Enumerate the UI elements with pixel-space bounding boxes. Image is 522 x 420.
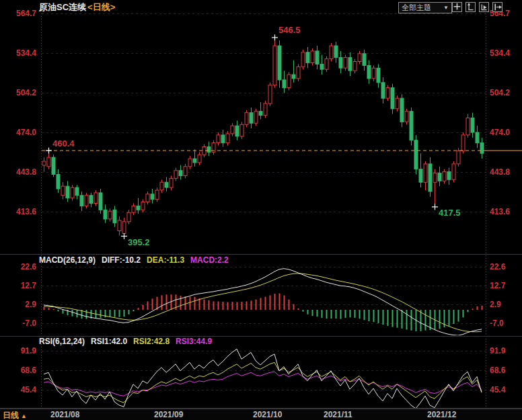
swing-price-label: 395.2 <box>128 237 150 247</box>
candle <box>85 196 88 206</box>
price-axis-label: 504.2 <box>490 88 521 97</box>
candle <box>273 46 276 85</box>
candle <box>381 83 385 98</box>
theme-dropdown[interactable]: 全部主题 ▼ <box>398 2 452 13</box>
candle <box>71 187 74 198</box>
candle <box>132 206 135 212</box>
candle <box>245 113 248 125</box>
zoom-x-axis-button[interactable] <box>479 2 489 12</box>
chart-canvas[interactable]: 460.4546.5395.2417.5 <box>0 0 522 420</box>
price-axis-label: 534.4 <box>490 48 521 58</box>
candle <box>104 210 107 219</box>
candle <box>52 157 55 174</box>
candle <box>461 135 465 151</box>
macd-axis-label: 2.9 <box>0 300 36 309</box>
candle <box>226 134 229 143</box>
candle <box>447 172 451 180</box>
candle <box>283 80 286 88</box>
swing-price-label: 460.4 <box>52 138 75 149</box>
candle <box>424 164 427 182</box>
candle <box>42 161 46 165</box>
macd-diff-value: DIFF:-10.2 <box>102 255 141 265</box>
candle <box>221 135 225 143</box>
triangle-up-icon: ▲ <box>21 413 27 419</box>
price-axis-label: 534.4 <box>0 48 36 58</box>
date-label: 2021/10 <box>253 410 282 419</box>
candle <box>452 164 455 179</box>
candle <box>66 186 69 198</box>
macd-macd-value: MACD:2.2 <box>190 255 229 265</box>
candle <box>113 210 116 223</box>
candle <box>160 182 163 190</box>
candle <box>466 118 470 135</box>
price-axis-label: 564.7 <box>0 9 36 18</box>
swing-price-label: 546.5 <box>278 25 301 35</box>
shift-right-button[interactable] <box>492 2 502 12</box>
macd-axis-label: -7.0 <box>490 319 521 328</box>
macd-axis-label: 22.6 <box>0 262 36 271</box>
candle <box>287 75 291 88</box>
candle <box>184 167 187 176</box>
rsi1-value: RSI1:42.0 <box>91 337 127 346</box>
candle <box>80 196 83 206</box>
candle <box>391 88 394 109</box>
price-axis-label: 413.6 <box>490 207 521 216</box>
pan-move-button[interactable] <box>452 2 462 12</box>
candle <box>471 118 474 133</box>
candle <box>47 157 50 167</box>
date-label: 2021/11 <box>324 410 352 419</box>
candle <box>137 206 140 210</box>
candle <box>99 193 102 210</box>
macd-params-label: MACD(26,12,9) <box>39 255 96 265</box>
candle <box>297 67 300 79</box>
zoom-y-axis-button[interactable] <box>465 2 476 12</box>
candle <box>118 220 121 231</box>
candle <box>476 132 479 143</box>
macd-axis-label: 2.9 <box>490 300 521 309</box>
zoom-y-axis-icon <box>466 3 475 11</box>
macd-dea-value: DEA:-11.3 <box>147 255 184 265</box>
chevron-down-icon: ▼ <box>443 5 449 11</box>
candle <box>170 178 173 187</box>
candle <box>414 140 418 169</box>
candle <box>443 172 446 181</box>
macd-axis-label: 12.7 <box>0 281 36 290</box>
candle <box>301 52 305 67</box>
rsi-axis-label: 45.4 <box>490 385 521 394</box>
candle <box>122 222 126 234</box>
candle <box>254 112 258 124</box>
period-selector[interactable]: 日线▲ <box>3 410 27 420</box>
candle <box>344 58 347 69</box>
candle <box>57 175 60 190</box>
candle <box>174 171 178 179</box>
rsi-axis-label: 91.9 <box>490 346 521 355</box>
price-axis-label: 474.0 <box>490 128 521 137</box>
macd-header[interactable]: MACD(26,12,9)DIFF:-10.2DEA:-11.3MACD:2.2 <box>39 255 235 265</box>
candle <box>372 68 375 79</box>
candle <box>457 151 460 164</box>
candle <box>315 51 319 65</box>
candle <box>386 88 389 99</box>
swing-price-label: 417.5 <box>439 208 461 218</box>
trading-chart-app: 460.4546.5395.2417.5 原油SC连续<日线> 全部主题 ▼ <box>0 0 522 420</box>
rsi2-line <box>44 362 482 403</box>
candle <box>61 186 65 196</box>
rsi-axis-label: 91.9 <box>0 346 36 355</box>
pan-move-icon <box>453 3 461 11</box>
rsi-axis-label: 68.6 <box>490 366 521 375</box>
candle <box>217 135 220 143</box>
candle <box>146 194 149 202</box>
zoom-x-axis-icon <box>480 3 488 11</box>
candle <box>311 51 314 63</box>
candle <box>259 112 262 116</box>
candle <box>188 159 192 167</box>
rsi3-value: RSI3:44.9 <box>176 337 212 346</box>
candle <box>363 54 366 66</box>
candle <box>480 143 484 154</box>
period-tag[interactable]: <日线> <box>87 2 115 12</box>
candle <box>396 98 399 109</box>
rsi-header[interactable]: RSI(6,12,24)RSI1:42.0RSI2:42.8RSI3:44.9 <box>39 337 218 346</box>
candle <box>198 155 201 163</box>
price-axis-label: 474.0 <box>0 128 36 137</box>
candle <box>339 58 342 69</box>
